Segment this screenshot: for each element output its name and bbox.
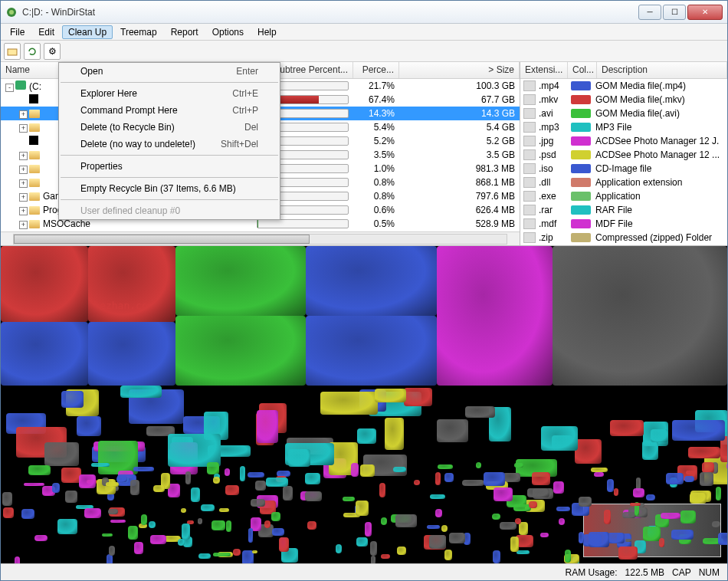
- treemap-block[interactable]: [44, 442, 79, 466]
- treemap-block[interactable]: [3, 507, 14, 518]
- treemap-block[interactable]: [356, 501, 369, 516]
- treemap-block[interactable]: [721, 503, 727, 514]
- treemap-block[interactable]: [52, 483, 59, 493]
- treemap-block[interactable]: [226, 520, 231, 532]
- expand-toggle[interactable]: -: [5, 84, 14, 92]
- treemap-block[interactable]: [462, 480, 484, 486]
- treemap-block[interactable]: [591, 468, 608, 472]
- treemap-block[interactable]: [404, 388, 432, 406]
- treemap-block[interactable]: [589, 532, 609, 547]
- treemap-block[interactable]: [102, 533, 113, 537]
- treemap-block[interactable]: [149, 521, 156, 528]
- treemap-block[interactable]: [213, 477, 220, 484]
- treemap-block[interactable]: [153, 485, 166, 492]
- treemap-block[interactable]: [726, 463, 727, 469]
- treemap-block[interactable]: [700, 472, 713, 487]
- expand-toggle[interactable]: +: [19, 124, 28, 133]
- treemap-block[interactable]: [257, 410, 278, 443]
- treemap-block[interactable]: [500, 522, 516, 530]
- expand-toggle[interactable]: +: [19, 152, 28, 160]
- treemap-block[interactable]: [169, 462, 185, 468]
- treemap-block[interactable]: [702, 462, 714, 472]
- treemap-block[interactable]: [643, 527, 661, 541]
- ext-body[interactable]: .mp4GOM Media file(.mp4).mkvGOM Media fi…: [520, 79, 727, 245]
- treemap-block[interactable]: [272, 528, 284, 536]
- titlebar[interactable]: C:|D: - WinDirStat ─ ☐ ✕: [1, 1, 727, 24]
- treemap-block[interactable]: [219, 508, 229, 512]
- treemap-block[interactable]: [553, 481, 564, 494]
- treemap-block[interactable]: [225, 485, 239, 496]
- treemap-block[interactable]: [57, 519, 77, 534]
- treemap-block[interactable]: [88, 246, 175, 322]
- menu-help[interactable]: Help: [251, 25, 283, 39]
- treemap-block[interactable]: [661, 513, 680, 519]
- treemap-block[interactable]: [395, 514, 417, 527]
- treemap-block[interactable]: [181, 508, 186, 513]
- treemap-block[interactable]: [225, 468, 230, 476]
- treemap-block[interactable]: [11, 474, 21, 484]
- col-color[interactable]: Col...: [568, 62, 597, 78]
- treemap-block[interactable]: [279, 537, 288, 552]
- treemap-block[interactable]: [483, 550, 489, 556]
- treemap-block[interactable]: [133, 467, 154, 471]
- treemap-block[interactable]: [610, 420, 644, 436]
- treemap-block[interactable]: [62, 502, 67, 513]
- treemap-block[interactable]: [646, 494, 655, 501]
- treemap-block[interactable]: [84, 508, 100, 517]
- ext-row[interactable]: .exeApplication: [520, 189, 727, 203]
- treemap-block[interactable]: [614, 488, 618, 496]
- treemap-block[interactable]: [659, 538, 664, 547]
- treemap-block[interactable]: [73, 536, 94, 544]
- treemap-block[interactable]: [351, 463, 359, 477]
- treemap-block[interactable]: [516, 550, 530, 555]
- open-button[interactable]: [4, 43, 21, 60]
- treemap-block[interactable]: [327, 500, 346, 515]
- treemap-block[interactable]: [444, 473, 454, 482]
- treemap-block[interactable]: [175, 246, 307, 316]
- treemap-block[interactable]: [527, 488, 549, 497]
- treemap-block[interactable]: [357, 428, 377, 445]
- treemap-block[interactable]: [405, 429, 425, 448]
- treemap-block[interactable]: [28, 465, 51, 475]
- treemap-block[interactable]: [625, 539, 631, 542]
- treemap-block[interactable]: [510, 537, 519, 552]
- treemap-block[interactable]: [438, 464, 453, 469]
- treemap-block[interactable]: [519, 522, 527, 535]
- treemap-block[interactable]: [575, 439, 602, 464]
- treemap-block[interactable]: [514, 463, 523, 468]
- ext-row[interactable]: .zipCompressed (zipped) Folder: [520, 231, 727, 245]
- ext-row[interactable]: .mp3MP3 File: [520, 120, 727, 134]
- treemap-block[interactable]: [435, 472, 441, 486]
- dd-explorer-here[interactable]: Explorer HereCtrl+E: [59, 85, 280, 102]
- treemap-block[interactable]: [690, 493, 707, 503]
- ext-row[interactable]: .mdfMDF File: [520, 217, 727, 231]
- treemap-block[interactable]: [141, 514, 147, 526]
- col-percent[interactable]: Perce...: [353, 62, 399, 78]
- treemap-block[interactable]: [379, 483, 385, 497]
- treemap-block[interactable]: [541, 426, 579, 451]
- maximize-button[interactable]: ☐: [663, 5, 686, 20]
- treemap-block[interactable]: [608, 533, 625, 543]
- menu-clean-up[interactable]: Clean Up: [62, 25, 113, 39]
- treemap-block[interactable]: [307, 521, 316, 530]
- treemap-block[interactable]: [365, 522, 372, 537]
- treemap-block[interactable]: [370, 541, 378, 556]
- treemap-block[interactable]: [109, 546, 115, 556]
- refresh-button[interactable]: [24, 43, 41, 60]
- treemap-block[interactable]: [2, 492, 12, 506]
- treemap-block[interactable]: [468, 551, 474, 563]
- treemap-block[interactable]: [397, 547, 406, 556]
- treemap-block[interactable]: [444, 550, 452, 560]
- treemap-block[interactable]: [579, 497, 592, 507]
- treemap-block[interactable]: [651, 429, 669, 443]
- treemap-block[interactable]: [116, 476, 126, 482]
- treemap-block[interactable]: [288, 449, 310, 468]
- treemap-block[interactable]: [437, 419, 467, 442]
- treemap-block[interactable]: [671, 530, 694, 540]
- treemap-block[interactable]: [680, 510, 696, 524]
- col-size[interactable]: > Size: [399, 62, 520, 78]
- treemap-block[interactable]: [98, 441, 138, 474]
- ext-row[interactable]: .dllApplication extension: [520, 176, 727, 189]
- treemap-block[interactable]: [492, 514, 500, 520]
- expand-toggle[interactable]: +: [19, 207, 28, 215]
